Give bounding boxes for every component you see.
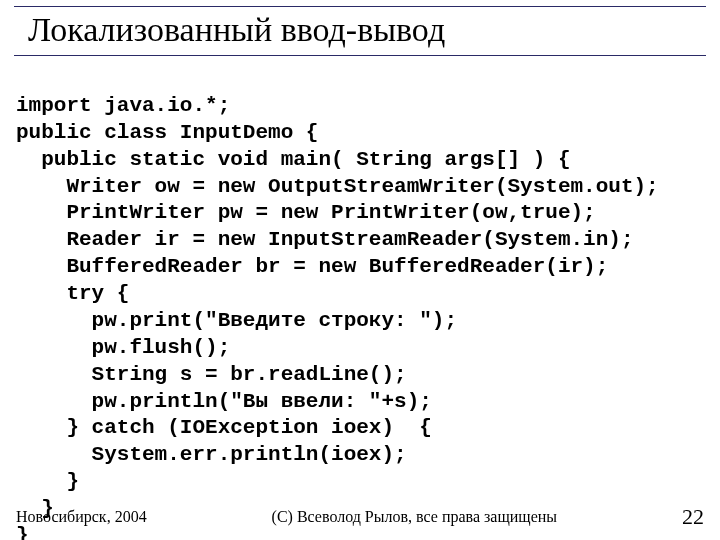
code-line: BufferedReader br = new BufferedReader(i…: [16, 255, 608, 278]
slide: Локализованный ввод-вывод import java.io…: [0, 0, 720, 540]
code-line: pw.flush();: [16, 336, 230, 359]
footer-left: Новосибирск, 2004: [16, 508, 147, 526]
footer: Новосибирск, 2004 (С) Всеволод Рылов, вс…: [16, 504, 704, 530]
code-line: public class InputDemo {: [16, 121, 318, 144]
title-block: Локализованный ввод-вывод: [14, 6, 706, 56]
code-line: pw.print("Введите строку: ");: [16, 309, 457, 332]
code-line: String s = br.readLine();: [16, 363, 407, 386]
footer-center: (С) Всеволод Рылов, все права защищены: [147, 508, 682, 526]
code-line: PrintWriter pw = new PrintWriter(ow,true…: [16, 201, 596, 224]
code-line: Reader ir = new InputStreamReader(System…: [16, 228, 634, 251]
slide-title: Локализованный ввод-вывод: [14, 9, 445, 53]
code-line: try {: [16, 282, 129, 305]
footer-page: 22: [682, 504, 704, 530]
rule-bottom: [14, 55, 706, 56]
code-line: Writer ow = new OutputStreamWriter(Syste…: [16, 175, 659, 198]
rule-top: [14, 6, 706, 7]
code-block: import java.io.*; public class InputDemo…: [16, 66, 704, 540]
code-line: } catch (IOException ioex) {: [16, 416, 432, 439]
code-line: pw.println("Вы ввели: "+s);: [16, 390, 432, 413]
code-line: import java.io.*;: [16, 94, 230, 117]
title-row: Локализованный ввод-вывод: [14, 9, 706, 53]
code-line: public static void main( String args[] )…: [16, 148, 571, 171]
code-line: System.err.println(ioex);: [16, 443, 407, 466]
code-line: }: [16, 470, 79, 493]
